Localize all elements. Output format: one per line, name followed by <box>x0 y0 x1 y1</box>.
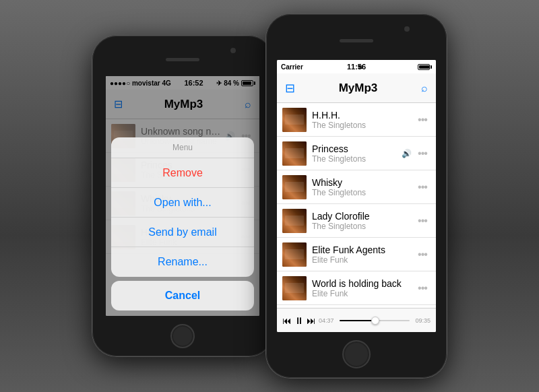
player-bar: ⏮ ⏸ ⏭ 04:37 09:35 <box>277 308 436 332</box>
right-thumb-1 <box>282 141 307 166</box>
right-screen: Carrier ≋ 11:56 ⊟ MyMp3 <box>277 60 436 332</box>
right-thumb-2 <box>282 175 307 199</box>
right-speaker <box>340 39 373 42</box>
right-song-name-0: H.H.H. <box>312 110 414 121</box>
right-song-info-1: Princess The Singletons <box>312 143 402 164</box>
right-search-icon[interactable]: ⌕ <box>421 82 428 94</box>
menu-cancel[interactable]: Cancel <box>111 281 254 311</box>
right-song-name-1: Princess <box>312 143 402 154</box>
right-song-item-3[interactable]: Lady Clorofile The Singletons ••• <box>277 204 436 238</box>
right-more-btn-3[interactable]: ••• <box>414 213 431 229</box>
menu-overlay: Menu Remove Open with... Send by email R… <box>106 76 259 316</box>
menu-send-email[interactable]: Send by email <box>111 218 254 247</box>
right-more-btn-1[interactable]: ••• <box>414 145 431 162</box>
right-song-artist-0: The Singletons <box>312 121 414 130</box>
menu-rename[interactable]: Rename... <box>111 247 254 277</box>
right-more-btn-5[interactable]: ••• <box>414 280 431 296</box>
right-battery-icon <box>418 64 432 70</box>
phones-container: ●●●●○ movistar 4G 16:52 ✈ 84 % ⊟ <box>92 14 447 378</box>
right-phone-topbar <box>266 14 447 60</box>
right-song-info-3: Lady Clorofile The Singletons <box>312 211 414 231</box>
right-song-info-2: Whisky The Singletons <box>312 177 414 197</box>
left-home-button[interactable] <box>170 324 195 348</box>
menu-remove[interactable]: Remove <box>111 158 254 188</box>
right-song-artist-2: The Singletons <box>312 188 414 197</box>
right-song-info-5: World is holding back Elite Funk <box>312 278 414 298</box>
progress-thumb[interactable] <box>371 317 379 325</box>
right-song-item-6[interactable]: Buena Vida Elite Funk ••• <box>277 305 436 308</box>
right-controls-2: ••• <box>414 179 431 195</box>
pause-button[interactable]: ⏸ <box>294 315 304 326</box>
playing-icon: 🔊 <box>402 149 412 158</box>
right-thumb-0 <box>282 108 307 132</box>
left-screen: ●●●●○ movistar 4G 16:52 ✈ 84 % ⊟ <box>106 76 259 316</box>
forward-button[interactable]: ⏭ <box>307 315 316 326</box>
menu-open-with[interactable]: Open with... <box>111 188 254 218</box>
total-time: 09:35 <box>415 317 431 324</box>
right-song-artist-5: Elite Funk <box>312 289 414 298</box>
right-song-artist-3: The Singletons <box>312 222 414 231</box>
right-controls-5: ••• <box>414 280 431 296</box>
right-song-name-4: Elite Funk Agents <box>312 244 414 255</box>
right-controls-3: ••• <box>414 213 431 229</box>
right-home-button[interactable] <box>342 340 371 368</box>
right-carrier: Carrier <box>281 63 303 71</box>
right-bookmark-icon[interactable]: ⊟ <box>285 81 295 96</box>
right-iphone: Carrier ≋ 11:56 ⊟ MyMp3 <box>266 14 447 378</box>
right-more-btn-2[interactable]: ••• <box>414 179 431 195</box>
right-thumb-3 <box>282 209 307 233</box>
right-controls-4: ••• <box>414 247 431 263</box>
right-thumb-4 <box>282 242 307 267</box>
right-more-btn-4[interactable]: ••• <box>414 247 431 263</box>
right-battery-area <box>418 64 432 70</box>
current-time: 04:37 <box>319 317 334 324</box>
right-song-info-4: Elite Funk Agents Elite Funk <box>312 244 414 265</box>
right-thumb-5 <box>282 276 307 300</box>
right-controls-1: 🔊 ••• <box>402 145 431 162</box>
right-song-list: H.H.H. The Singletons ••• Princess The S… <box>277 103 436 308</box>
right-song-name-2: Whisky <box>312 177 414 188</box>
right-status-bar: Carrier ≋ 11:56 <box>277 60 436 73</box>
right-song-info-0: H.H.H. The Singletons <box>312 110 414 130</box>
right-song-artist-4: Elite Funk <box>312 255 414 265</box>
right-controls-0: ••• <box>414 112 431 128</box>
right-song-item-5[interactable]: World is holding back Elite Funk ••• <box>277 271 436 305</box>
right-nav-title: MyMp3 <box>339 81 378 95</box>
progress-fill <box>340 320 373 321</box>
left-speaker <box>166 58 199 61</box>
right-more-btn-0[interactable]: ••• <box>414 112 431 128</box>
left-phone-topbar <box>92 36 273 76</box>
right-song-item-0[interactable]: H.H.H. The Singletons ••• <box>277 103 436 137</box>
left-iphone: ●●●●○ movistar 4G 16:52 ✈ 84 % ⊟ <box>92 36 273 356</box>
right-song-name-5: World is holding back <box>312 278 414 289</box>
progress-bar[interactable] <box>340 320 410 321</box>
right-song-item-1[interactable]: Princess The Singletons 🔊 ••• <box>277 137 436 170</box>
menu-sheet: Menu Remove Open with... Send by email R… <box>111 137 254 277</box>
menu-title: Menu <box>111 137 254 158</box>
right-song-name-3: Lady Clorofile <box>312 211 414 222</box>
rewind-button[interactable]: ⏮ <box>282 315 292 326</box>
left-camera <box>230 48 236 53</box>
right-camera <box>404 26 410 32</box>
right-song-artist-1: The Singletons <box>312 154 402 164</box>
right-song-item-2[interactable]: Whisky The Singletons ••• <box>277 170 436 204</box>
right-song-item-4[interactable]: Elite Funk Agents Elite Funk ••• <box>277 238 436 271</box>
right-nav-bar: ⊟ MyMp3 ⌕ <box>277 73 436 103</box>
